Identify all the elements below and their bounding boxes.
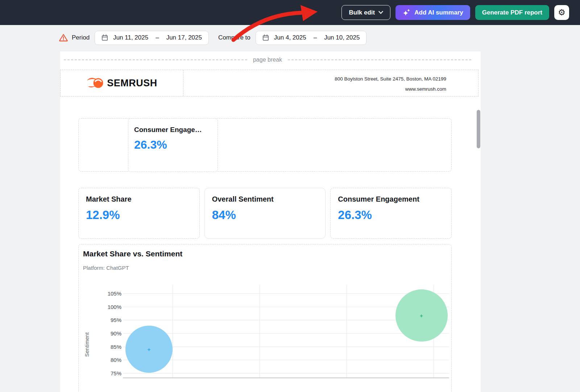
metric-title: Overall Sentiment [212, 195, 318, 203]
widget-value: 26.3% [134, 138, 212, 152]
bubble-plot-area: ++ [123, 285, 449, 379]
consumer-engagement-widget[interactable]: Consumer Engage… 26.3% [128, 118, 218, 172]
period-bar: Period Jun 11, 2025 – Jun 17, 2025 Compa… [59, 30, 366, 45]
website-line: www.semrush.com [183, 84, 446, 94]
page-break-divider: page break [64, 55, 471, 65]
period-label: Period [72, 34, 90, 41]
metric-value: 26.3% [338, 208, 444, 222]
add-ai-summary-label: Add AI summary [414, 9, 463, 16]
period-date-picker[interactable]: Jun 11, 2025 – Jun 17, 2025 [95, 31, 209, 45]
y-tick-label: 85% [100, 343, 121, 350]
v-gridline [347, 285, 347, 377]
bulk-edit-button[interactable]: Bulk edit [341, 5, 390, 20]
widget-row-container: Consumer Engage… 26.3% [78, 118, 452, 172]
metric-cards-row: Market Share 12.9% Overall Sentiment 84%… [78, 188, 452, 239]
sparkles-icon [402, 8, 411, 17]
warning-icon [59, 33, 68, 42]
metric-card-overall-sentiment[interactable]: Overall Sentiment 84% [204, 188, 326, 239]
h-gridline [123, 293, 449, 294]
h-gridline [123, 373, 449, 374]
address-line: 800 Boylston Street, Suite 2475, Boston,… [183, 74, 446, 84]
y-tick-label: 100% [100, 304, 121, 310]
chart-title: Market Share vs. Sentiment [83, 249, 182, 258]
y-tick-label: 75% [100, 370, 121, 376]
date-range-separator: – [156, 34, 159, 41]
semrush-logo-icon [86, 76, 104, 90]
x-axis-line [123, 377, 449, 378]
period-end-date: Jun 17, 2025 [166, 34, 202, 41]
widget-title: Consumer Engage… [134, 126, 212, 134]
add-ai-summary-button[interactable]: Add AI summary [395, 5, 470, 20]
calendar-icon [102, 34, 108, 41]
page-break-label: page break [247, 57, 288, 63]
metric-card-market-share[interactable]: Market Share 12.9% [78, 188, 200, 239]
y-tick-label: 105% [100, 290, 121, 297]
chevron-down-icon [378, 11, 383, 14]
gear-icon: ⚙ [558, 8, 566, 17]
page-break-line [288, 59, 471, 60]
chart-subtitle: Platform: ChatGPT [83, 265, 129, 271]
y-tick-label: 90% [100, 330, 121, 337]
generate-pdf-report-button[interactable]: Generate PDF report [475, 5, 549, 20]
metric-value: 12.9% [86, 208, 192, 222]
bulk-edit-label: Bulk edit [349, 9, 375, 16]
y-tick-label: 80% [100, 357, 121, 363]
period-start-date: Jun 11, 2025 [113, 34, 148, 41]
company-address-cell: 800 Boylston Street, Suite 2475, Boston,… [183, 70, 478, 96]
metric-title: Market Share [86, 195, 192, 203]
metric-card-consumer-engagement[interactable]: Consumer Engagement 26.3% [330, 188, 452, 239]
report-canvas: page break SEMRUSH 800 Boylston Street, … [60, 51, 481, 392]
generate-pdf-report-label: Generate PDF report [482, 9, 542, 16]
brand-wordmark: SEMRUSH [107, 78, 157, 89]
bubble-center-marker: + [148, 347, 151, 352]
metric-value: 84% [212, 208, 318, 222]
h-gridline [123, 360, 449, 360]
v-gridline [173, 285, 173, 377]
h-gridline [123, 333, 449, 334]
page-break-line [64, 59, 247, 60]
y-tick-label: 95% [100, 317, 121, 323]
canvas-scrollbar-thumb[interactable] [477, 110, 480, 148]
y-axis-label: Sentiment [84, 302, 90, 357]
settings-button[interactable]: ⚙ [554, 5, 569, 20]
report-header-widget[interactable]: SEMRUSH 800 Boylston Street, Suite 2475,… [60, 70, 478, 96]
brand-cell: SEMRUSH [61, 70, 183, 96]
market-share-vs-sentiment-widget[interactable]: Market Share vs. Sentiment Platform: Cha… [78, 244, 452, 392]
v-gridline [260, 285, 260, 377]
compare-end-date: Jun 10, 2025 [324, 34, 360, 41]
bubble-center-marker: + [420, 313, 423, 318]
metric-title: Consumer Engagement [338, 195, 444, 203]
report-builder-screen: Bulk edit Add AI summary Generate PDF re… [0, 0, 580, 392]
annotation-arrow [227, 4, 320, 43]
